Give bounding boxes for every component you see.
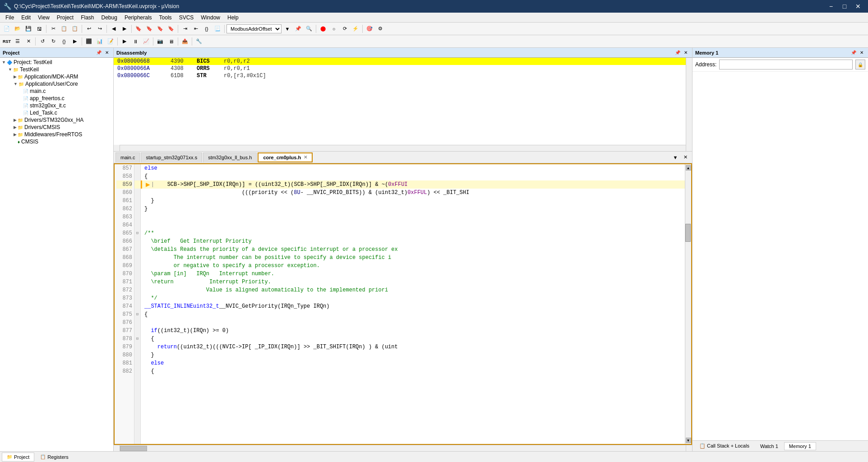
tb-dropdown[interactable]: ▼ (282, 24, 292, 34)
memory-addr-lock-btn[interactable]: 🔒 (855, 60, 865, 69)
tb2-rst[interactable]: RST (2, 37, 12, 46)
minimize-button[interactable]: − (825, 2, 837, 11)
code-hscroll[interactable] (120, 445, 686, 451)
menu-flash[interactable]: Flash (77, 14, 97, 22)
tb-b1[interactable]: 🔖 (134, 24, 143, 34)
tree-app-user[interactable]: ▼ 📁 Application/User/Core (1, 80, 112, 88)
tab-core-cm0-close[interactable]: ✕ (304, 155, 307, 160)
vscroll-up-btn[interactable]: ▲ (686, 165, 691, 171)
project-close-button[interactable]: ✕ (103, 49, 111, 56)
tree-drivers-stm32[interactable]: ▶ 📁 Drivers/STM32G0xx_HA (1, 116, 112, 124)
tree-cmsis[interactable]: ▶ ♦ CMSIS (1, 138, 112, 145)
maximize-button[interactable]: □ (838, 2, 851, 11)
menu-svcs[interactable]: SVCS (175, 14, 198, 22)
vscroll-down-btn[interactable]: ▼ (686, 438, 691, 443)
tb2-b16[interactable]: 🔧 (194, 37, 204, 46)
tree-app-mdk[interactable]: ▶ 📁 Application/MDK-ARM (1, 73, 112, 80)
tb-unindent[interactable]: ⇤ (191, 24, 201, 34)
tb-undo[interactable]: ↩ (84, 24, 94, 34)
tree-testkeil[interactable]: ▼ 📁 TestKeil (1, 66, 112, 73)
project-pin-button[interactable]: 📌 (95, 49, 102, 56)
tb-fwd[interactable]: ▶ (120, 24, 129, 34)
tb-target[interactable]: 🎯 (365, 24, 374, 34)
tb-paste[interactable]: 📋 (70, 24, 80, 34)
fold-875[interactable]: ⊟ (134, 310, 140, 319)
menu-view[interactable]: View (34, 14, 53, 22)
disasm-pin-button[interactable]: 📌 (674, 49, 681, 56)
menu-file[interactable]: File (2, 14, 18, 22)
disasm-hscroll[interactable] (120, 145, 686, 151)
menu-project[interactable]: Project (53, 14, 77, 22)
memory-address-input[interactable] (719, 60, 853, 69)
tab-registers[interactable]: 📋 Registers (35, 453, 73, 462)
tree-led-task[interactable]: ▶ 📄 Led_Task.c (1, 109, 112, 116)
memory-close-button[interactable]: ✕ (858, 49, 865, 56)
menu-tools[interactable]: Tools (156, 14, 175, 22)
mem-tab-callstack[interactable]: 📋 Call Stack + Locals (694, 442, 754, 450)
hscroll-thumb[interactable] (120, 446, 147, 451)
tb-redo[interactable]: ↪ (95, 24, 105, 34)
tree-middlewares[interactable]: ▶ 📁 Middlewares/FreeRTOS (1, 131, 112, 138)
tb-cut[interactable]: ✂ (48, 24, 58, 34)
tab-main-c[interactable]: main.c (115, 152, 140, 162)
tb-power[interactable]: ⚡ (351, 24, 360, 34)
tb2-b6[interactable]: ▶ (70, 37, 80, 46)
tb2-b1[interactable]: ☰ (13, 37, 23, 46)
tb2-b3[interactable]: ↺ (37, 37, 47, 46)
tb-saveall[interactable]: 🖫 (34, 24, 44, 34)
tree-drivers-cmsis[interactable]: ▶ 📁 Drivers/CMSIS (1, 124, 112, 131)
tree-project-root[interactable]: ▼ 🔷 Project: TestKeil (1, 59, 112, 66)
tb-r1[interactable]: 📌 (293, 24, 303, 34)
fold-878[interactable]: ⊟ (134, 335, 140, 343)
tb2-b14[interactable]: 🖥 (166, 37, 176, 46)
menu-window[interactable]: Window (197, 14, 224, 22)
menu-help[interactable]: Help (224, 14, 242, 22)
tree-app-freertos[interactable]: ▶ 📄 app_freertos.c (1, 95, 112, 102)
modbus-combo[interactable]: ModbusAddrOffset (226, 24, 282, 33)
tab-ll-bus[interactable]: stm32g0xx_ll_bus.h (203, 152, 257, 162)
tb-save[interactable]: 💾 (23, 24, 33, 34)
tb2-b4[interactable]: ↻ (48, 37, 58, 46)
tb-open[interactable]: 📂 (13, 24, 23, 34)
tb-copy[interactable]: 📋 (59, 24, 69, 34)
menu-edit[interactable]: Edit (18, 14, 34, 22)
tb-new[interactable]: 📄 (2, 24, 12, 34)
tab-list-btn[interactable]: ▼ (670, 152, 680, 162)
tb2-b11[interactable]: ⏸ (130, 37, 140, 46)
disasm-vscroll[interactable] (686, 58, 692, 145)
tb2-b2[interactable]: ✕ (23, 37, 33, 46)
tb2-b15[interactable]: 📤 (180, 37, 190, 46)
fold-865[interactable]: ⊟ (134, 229, 140, 237)
tab-startup[interactable]: startup_stm32g071xx.s (141, 152, 202, 162)
tb-b4[interactable]: 🔖 (166, 24, 176, 34)
tb2-b5[interactable]: {} (59, 37, 69, 46)
tb-run[interactable]: ⬤ (318, 24, 328, 34)
tree-main-c[interactable]: ▶ 📄 main.c (1, 88, 112, 95)
tb-back[interactable]: ◀ (109, 24, 119, 34)
disassembly-content[interactable]: 0x08000668 4390 BICS r0,r0,r2 0x0800066A… (114, 58, 686, 145)
tab-project[interactable]: 📁 Project (2, 453, 34, 462)
tb-reset[interactable]: ⟳ (340, 24, 350, 34)
tb-stop[interactable]: ○ (329, 24, 339, 34)
tb-b2[interactable]: 🔖 (144, 24, 154, 34)
vscroll-thumb[interactable] (685, 224, 691, 242)
tb-brace[interactable]: {} (202, 24, 212, 34)
disasm-close-button[interactable]: ✕ (682, 49, 689, 56)
menu-peripherals[interactable]: Peripherals (121, 14, 156, 22)
mem-tab-watch1[interactable]: Watch 1 (755, 442, 783, 450)
mem-tab-memory1[interactable]: Memory 1 (784, 442, 816, 450)
tb-settings[interactable]: ⚙ (375, 24, 385, 34)
tb-b3[interactable]: 🔖 (155, 24, 165, 34)
tb2-b8[interactable]: 📊 (95, 37, 105, 46)
tree-stm32-it[interactable]: ▶ 📄 stm32g0xx_it.c (1, 102, 112, 109)
menu-debug[interactable]: Debug (98, 14, 121, 22)
tb2-b9[interactable]: 📝 (106, 37, 115, 46)
tb2-b10[interactable]: ▶ (120, 37, 129, 46)
code-vscroll[interactable]: ▲ ▼ (685, 164, 691, 444)
code-content[interactable]: else { ▶ | SCB->SHP[_SHP_IDX(IRQn)] = ((… (141, 164, 685, 444)
tb2-b7[interactable]: ⬛ (84, 37, 94, 46)
tb-doc[interactable]: 📃 (212, 24, 222, 34)
tb2-b13[interactable]: 📷 (155, 37, 165, 46)
tb-indent[interactable]: ⇥ (180, 24, 190, 34)
close-button[interactable]: ✕ (852, 2, 864, 11)
